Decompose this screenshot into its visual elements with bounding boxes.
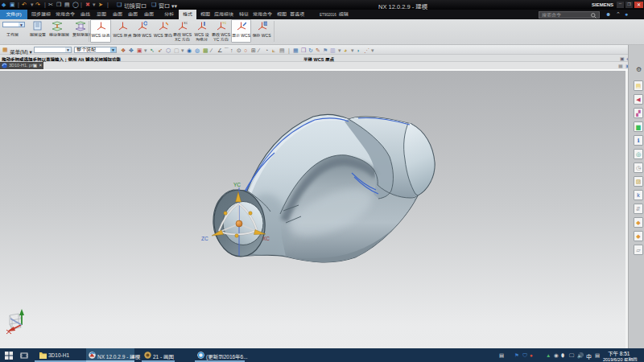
svg-text:YC: YC (222, 21, 226, 25)
svg-text:XC: XC (184, 21, 188, 25)
svg-text:YC: YC (233, 182, 241, 187)
svg-text:ZC: ZC (201, 236, 208, 241)
svg-text:XC: XC (262, 236, 270, 241)
